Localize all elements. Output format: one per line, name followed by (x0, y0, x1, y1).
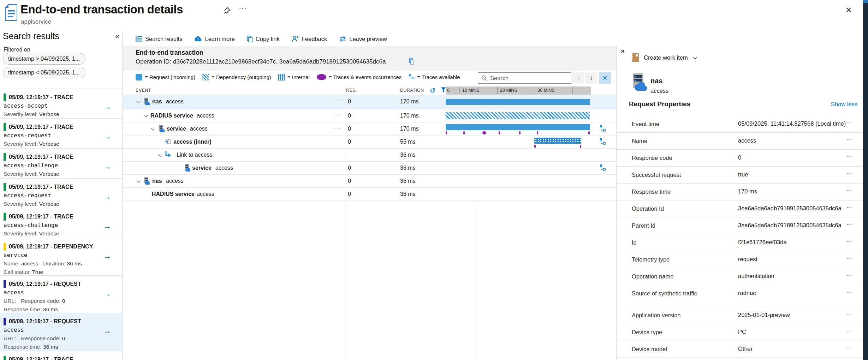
cloud-icon (194, 36, 202, 42)
property-more-icon[interactable]: ··· (846, 345, 853, 351)
search-input[interactable] (490, 75, 564, 82)
list-item-trace-5[interactable]: 05/09, 12:19:17 - TRACE access-challenge… (0, 208, 123, 238)
show-less-link[interactable]: Show less (831, 101, 857, 108)
tree-row-service[interactable]: service access ··· 0 170 ms (123, 122, 616, 136)
open-item-arrow-icon[interactable]: → (103, 289, 111, 298)
row-more-icon[interactable]: ··· (334, 98, 341, 104)
list-item-trace-6-partial[interactable]: 05/09, 12:19:17 - TRACE (0, 351, 123, 360)
traces-occurrences-swatch (317, 74, 326, 80)
property-more-icon[interactable]: ··· (846, 204, 853, 211)
property-row: Operation nameauthentication··· (617, 268, 863, 285)
property-more-icon[interactable]: ··· (846, 137, 853, 143)
clear-search-button[interactable]: ✕ (599, 72, 611, 84)
server-icon (184, 164, 190, 172)
tree-row-nas-2[interactable]: nas access 0 36 ms (123, 175, 616, 188)
list-item-trace-1[interactable]: 05/09, 12:19:17 - TRACE access-accept Se… (0, 89, 123, 118)
chevron-down-icon[interactable] (144, 113, 148, 117)
server-icon (158, 125, 165, 133)
severity-color-bar (4, 213, 6, 221)
list-item-request-2-selected[interactable]: 05/09, 12:19:17 - REQUEST access URL:Res… (0, 313, 123, 351)
traces-available-icon[interactable] (600, 125, 606, 133)
collapse-sidebar-icon[interactable]: « (115, 32, 119, 40)
search-results-button[interactable]: Search results (136, 36, 182, 42)
sidebar-title: Search results (3, 31, 59, 41)
legend-dependency: = Dependency (outgoing) (202, 74, 271, 80)
row-more-icon[interactable]: ··· (334, 112, 341, 118)
chevron-down-icon[interactable] (158, 152, 162, 156)
chevron-down-icon[interactable] (151, 126, 155, 130)
tree-row-nas[interactable]: nas access ··· 0 170 ms (123, 95, 616, 109)
timeline-search-box[interactable] (478, 72, 571, 84)
page-scrollbar[interactable] (863, 0, 868, 360)
list-item-dependency[interactable]: 05/09, 12:19:17 - DEPENDENCY service Nam… (0, 238, 123, 275)
list-item-request-1[interactable]: 05/09, 12:19:17 - REQUEST access URL:Res… (0, 275, 123, 313)
property-row: Telemetry typerequest··· (617, 251, 863, 268)
open-item-arrow-icon[interactable]: → (103, 326, 111, 336)
property-more-icon[interactable]: ··· (846, 120, 853, 126)
severity-color-bar (4, 123, 6, 131)
list-icon (136, 36, 142, 42)
open-item-arrow-icon[interactable]: → (103, 162, 111, 171)
tree-row-link-to-access[interactable]: Link to access 36 ms (123, 149, 616, 162)
list-item-trace-4[interactable]: 05/09, 12:19:17 - TRACE access-request S… (0, 178, 123, 208)
property-more-icon[interactable]: ··· (846, 272, 853, 278)
property-more-icon[interactable]: ··· (846, 311, 853, 317)
tree-row-service-2[interactable]: service access 0 36 ms (123, 162, 616, 175)
open-item-arrow-icon[interactable]: → (103, 102, 111, 112)
property-more-icon[interactable]: ··· (846, 255, 853, 262)
open-item-arrow-icon[interactable]: → (103, 192, 111, 201)
tree-row-radius-service-2[interactable]: RADIUS service access 0 36 ms (123, 188, 616, 201)
row-more-icon[interactable]: ··· (334, 125, 341, 131)
severity-color-bar (4, 280, 6, 288)
tree-row-access-inner[interactable]: access (inner) 0 55 ms (123, 136, 616, 149)
severity-color-bar (4, 183, 6, 191)
chevron-down-icon[interactable] (137, 179, 141, 182)
list-item-trace-2[interactable]: 05/09, 12:19:17 - TRACE access-request S… (0, 118, 123, 148)
open-item-arrow-icon[interactable]: → (103, 252, 111, 261)
expand-panel-icon[interactable]: » (621, 47, 625, 55)
property-more-icon[interactable]: ··· (846, 238, 853, 245)
property-more-icon[interactable]: ··· (846, 221, 853, 228)
filter-funnel-icon[interactable] (441, 87, 446, 93)
property-more-icon[interactable]: ··· (846, 170, 853, 177)
feedback-person-icon (292, 36, 299, 42)
property-more-icon[interactable]: ··· (846, 154, 853, 160)
page-title: End-to-end transaction details (20, 3, 183, 16)
dependency-swatch (202, 74, 209, 80)
filter-pill-timestamp-gt[interactable]: timestamp > 04/09/2025, 1... (3, 53, 85, 65)
property-row: Response time170 ms··· (617, 184, 863, 200)
severity-color-bar (4, 243, 6, 251)
open-item-arrow-icon[interactable]: → (103, 222, 111, 231)
section-title: Request Properties (629, 100, 690, 108)
tree-row-radius-service[interactable]: RADIUS service access ··· 0 170 ms (123, 109, 616, 122)
list-item-trace-3[interactable]: 05/09, 12:19:17 - TRACE access-challenge… (0, 148, 123, 178)
timeline-bar-request (446, 122, 591, 135)
learn-more-button[interactable]: Learn more (194, 36, 234, 42)
find-previous-button[interactable]: ↑ (572, 72, 584, 84)
search-results-sidebar: Search results « Filtered on timestamp >… (0, 31, 123, 360)
copy-operation-id-icon[interactable] (409, 58, 415, 65)
column-res: RES. (346, 88, 357, 93)
pin-icon[interactable] (222, 6, 232, 16)
open-item-arrow-icon[interactable]: → (103, 132, 111, 141)
property-more-icon[interactable]: ··· (846, 328, 853, 334)
traces-available-icon[interactable] (600, 138, 606, 146)
reset-zoom-icon[interactable]: ↺ (430, 86, 435, 95)
chevron-down-icon[interactable] (136, 99, 140, 103)
close-icon[interactable]: ✕ (845, 6, 852, 15)
more-options-icon[interactable]: ··· (239, 4, 246, 13)
property-more-icon[interactable]: ··· (846, 289, 853, 295)
property-row: Parent Id3ea6a5da6adb7918912530054635dc6… (617, 217, 863, 234)
traces-available-icon[interactable] (600, 164, 606, 172)
property-row: Successful requesttrue··· (617, 167, 863, 184)
feedback-button[interactable]: Feedback (292, 36, 327, 42)
find-next-button[interactable]: ↓ (585, 72, 598, 84)
copy-link-button[interactable]: Copy link (247, 36, 280, 42)
scrollbar-thumb[interactable] (863, 0, 868, 3)
create-work-item-button[interactable]: Create work item (631, 53, 696, 62)
leave-preview-button[interactable]: Leave preview (339, 36, 387, 42)
filter-pill-timestamp-lt[interactable]: timestamp < 05/09/2025, 1... (3, 67, 85, 78)
property-row: Device typePC··· (617, 324, 863, 341)
property-more-icon[interactable]: ··· (846, 187, 853, 194)
column-event: EVENT (136, 88, 151, 93)
